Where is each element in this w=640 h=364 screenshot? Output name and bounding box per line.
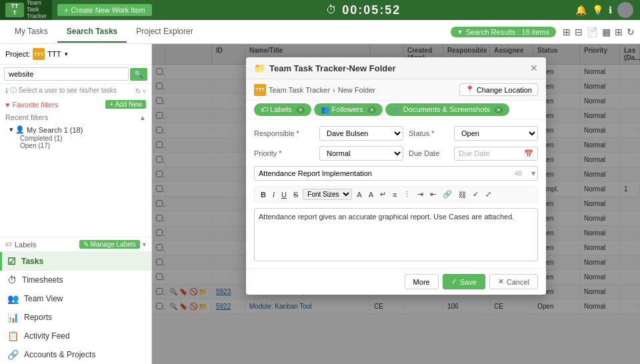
select-user-hint: ℹ ⓘ Select a user to see his/her tasks ↻… bbox=[0, 84, 151, 97]
project-dropdown-icon[interactable]: ▾ bbox=[65, 51, 68, 57]
search-button[interactable]: 🔍 bbox=[130, 68, 147, 81]
table-area: ID Name/Title Created (Ago) Responsible … bbox=[152, 44, 640, 364]
responsible-select[interactable]: Dave Bulsen bbox=[319, 126, 403, 141]
italic-button[interactable]: I bbox=[271, 190, 277, 199]
highlight-button[interactable]: A bbox=[367, 190, 375, 199]
calendar-icon: 📅 bbox=[524, 149, 533, 158]
filter-tree: ▾ 👤 My Search 1 (18) Completed (1) Open … bbox=[0, 123, 151, 151]
tab-labels-close[interactable]: ✕ bbox=[297, 107, 305, 113]
avatar[interactable] bbox=[617, 2, 633, 18]
modal-header: 📁 Team Task Tracker-New Folder ✕ bbox=[246, 57, 546, 79]
underline-button[interactable]: U bbox=[279, 190, 289, 199]
manage-labels-button[interactable]: ✎ Manage Labels bbox=[79, 240, 140, 249]
timer-icon: ⏱ bbox=[326, 4, 337, 16]
tab-followers-close[interactable]: ✕ bbox=[368, 107, 376, 113]
cancel-button[interactable]: Cancel bbox=[489, 274, 538, 289]
bold-button[interactable]: B bbox=[259, 190, 268, 199]
modal-form: Responsible * Dave Bulsen Status * Open … bbox=[246, 119, 546, 268]
apps-icon[interactable]: ⊞ bbox=[615, 27, 623, 37]
modal-tab-labels[interactable]: 🏷 Labels ✕ bbox=[254, 103, 311, 116]
unlink-button[interactable]: ⛓ bbox=[457, 190, 468, 199]
filter-tree-item-my-search[interactable]: ▾ 👤 My Search 1 (18) bbox=[9, 125, 142, 135]
tab-my-tasks[interactable]: My Tasks bbox=[5, 21, 57, 43]
status-select[interactable]: Open In Progress Completed On Hold bbox=[454, 126, 538, 141]
activity-feed-nav-icon: 📋 bbox=[7, 331, 19, 341]
logo-icon: TTT bbox=[5, 3, 24, 17]
filter-sub-open[interactable]: Open (17) bbox=[9, 142, 142, 149]
indent-button[interactable]: ⇥ bbox=[415, 189, 425, 199]
outdent-button[interactable]: ⇤ bbox=[428, 189, 438, 199]
location-pin-icon: 📍 bbox=[465, 85, 475, 94]
spell-check-button[interactable]: ✓ bbox=[471, 189, 481, 199]
modal-overlay: 📁 Team Task Tracker-New Folder ✕ TTT Tea… bbox=[152, 44, 640, 364]
modal-tab-docs[interactable]: 📎 Documents & Screenshots ✕ bbox=[385, 103, 509, 116]
breadcrumb-sep: › bbox=[333, 86, 335, 94]
breadcrumb-org: Team Task Tracker bbox=[269, 86, 330, 94]
title-action-icon[interactable]: ▾ bbox=[531, 169, 535, 178]
sidebar-item-tasks[interactable]: ☑ Tasks bbox=[0, 252, 151, 271]
logo-area: TTT TeamTaskTracker bbox=[0, 0, 52, 20]
tag-icon: 🏷 bbox=[5, 241, 12, 248]
toolbar-icons: ⊞ ⊟ 📄 ▦ ⊞ ↻ bbox=[563, 27, 640, 37]
bullet-list-button[interactable]: ≡ bbox=[391, 190, 399, 199]
view-grid-icon[interactable]: ⊟ bbox=[575, 27, 583, 37]
modal-tab-followers[interactable]: 👥 Followers ✕ bbox=[314, 103, 383, 116]
editor-area[interactable]: Attendance report gives an accurate grap… bbox=[254, 208, 538, 261]
modal-close-button[interactable]: ✕ bbox=[530, 63, 538, 73]
notification-icon[interactable]: 🔔 bbox=[575, 5, 587, 15]
bulb-icon[interactable]: 💡 bbox=[592, 5, 603, 15]
more-button[interactable]: More bbox=[405, 274, 439, 289]
ordered-list-button[interactable]: ⋮ bbox=[401, 189, 413, 199]
project-logo: TTT bbox=[33, 48, 45, 60]
sidebar-item-timesheets[interactable]: ⏱ Timesheets bbox=[0, 271, 151, 289]
timer-display: 00:05:52 bbox=[342, 3, 401, 17]
priority-select[interactable]: Low Normal High Critical bbox=[319, 146, 403, 161]
refresh-icon[interactable]: ↻ bbox=[627, 27, 635, 37]
status-label: Status * bbox=[409, 129, 449, 137]
collapse-icon[interactable]: ▲ bbox=[139, 114, 146, 121]
refresh-small-icon[interactable]: ↻ bbox=[135, 87, 141, 95]
sidebar: Project: TTT TTT ▾ 🔍 ℹ ⓘ Select a user t… bbox=[0, 44, 152, 364]
create-work-item-button[interactable]: + Create New Work Item bbox=[57, 4, 152, 16]
label-tag-icon: 🏷 bbox=[261, 105, 268, 113]
title-input[interactable] bbox=[254, 166, 538, 181]
main-layout: Project: TTT TTT ▾ 🔍 ℹ ⓘ Select a user t… bbox=[0, 44, 640, 364]
due-date-label: Due Date bbox=[409, 149, 449, 157]
tab-project-explorer[interactable]: Project Explorer bbox=[127, 21, 202, 43]
breadcrumb-loc: New Folder bbox=[338, 86, 375, 94]
form-row-responsible: Responsible * Dave Bulsen Status * Open … bbox=[254, 126, 538, 141]
folder-modal-icon: 📁 bbox=[254, 63, 265, 73]
text-indent-button[interactable]: ↵ bbox=[378, 189, 388, 199]
tab-docs-close[interactable]: ✕ bbox=[495, 107, 503, 113]
tab-search-tasks[interactable]: Search Tasks bbox=[57, 21, 127, 43]
priority-label: Priority * bbox=[254, 149, 314, 157]
followers-icon: 👥 bbox=[321, 105, 330, 113]
save-button[interactable]: Save bbox=[443, 274, 485, 289]
fullscreen-button[interactable]: ⤢ bbox=[483, 189, 493, 199]
filter-icon[interactable]: ▦ bbox=[602, 27, 611, 37]
export-icon[interactable]: 📄 bbox=[587, 27, 598, 37]
timesheets-nav-icon: ⏱ bbox=[7, 275, 17, 285]
sidebar-item-team-view[interactable]: 👥 Team View bbox=[0, 289, 151, 308]
sidebar-item-activity-feed[interactable]: 📋 Activity Feed bbox=[0, 327, 151, 345]
search-input[interactable] bbox=[4, 67, 129, 81]
filter-small-icon[interactable]: ▿ bbox=[143, 87, 146, 95]
sidebar-item-reports[interactable]: 📊 Reports bbox=[0, 308, 151, 327]
labels-expand-icon[interactable]: ▾ bbox=[143, 241, 146, 248]
font-size-select[interactable]: Font Sizes bbox=[303, 189, 352, 200]
reports-nav-icon: 📊 bbox=[7, 312, 19, 323]
strikethrough-button[interactable]: S bbox=[291, 190, 300, 199]
due-date-input[interactable]: Due Date 📅 bbox=[454, 147, 538, 161]
font-color-button[interactable]: A bbox=[355, 190, 363, 199]
add-new-filter-button[interactable]: + Add New bbox=[105, 100, 146, 109]
info-icon[interactable]: ℹ bbox=[609, 5, 612, 15]
view-list-icon[interactable]: ⊞ bbox=[563, 27, 571, 37]
filter-sub-completed[interactable]: Completed (1) bbox=[9, 135, 142, 142]
labels-label: Labels bbox=[15, 241, 36, 249]
new-folder-modal: 📁 Team Task Tracker-New Folder ✕ TTT Tea… bbox=[246, 57, 546, 295]
breadcrumb-logo: TTT bbox=[254, 84, 266, 96]
link-button[interactable]: 🔗 bbox=[441, 189, 454, 199]
hint-info-icon: ℹ bbox=[5, 87, 8, 95]
change-location-button[interactable]: 📍 Change Location bbox=[459, 83, 538, 96]
sidebar-item-accounts-projects[interactable]: 🔗 Accounts & Projects bbox=[0, 345, 151, 364]
